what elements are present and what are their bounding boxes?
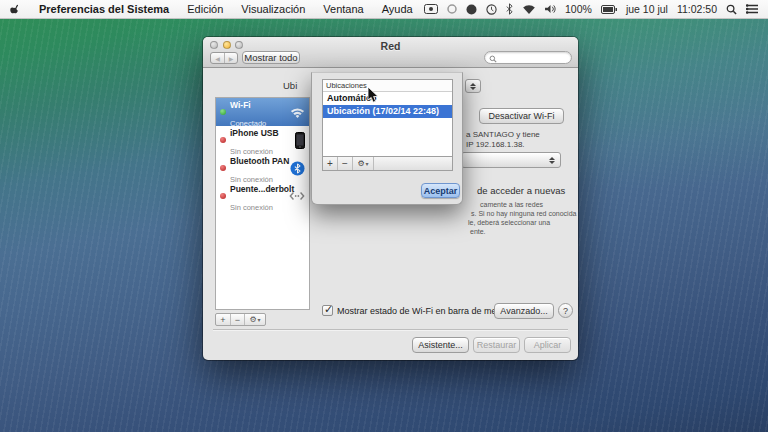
service-status: Sin conexión	[230, 203, 273, 212]
status-dot-red	[220, 137, 226, 143]
service-thunderbolt-bridge[interactable]: Puente...derbolt Sin conexión	[216, 182, 309, 210]
service-list-buttons: + − ⚙▾	[215, 313, 266, 326]
location-action-button[interactable]: ⚙▾	[353, 157, 374, 170]
remove-service-button[interactable]: −	[230, 314, 244, 325]
spotlight-icon[interactable]	[726, 4, 737, 15]
locations-list-header: Ubicaciones	[323, 80, 452, 92]
bluetooth-icon	[290, 161, 305, 176]
service-name: Wi-Fi	[230, 100, 251, 110]
ask-join-label: de acceder a nuevas	[477, 185, 565, 196]
wifi-menubar-checkbox-row: ✓ Mostrar estado de Wi-Fi en barra de me…	[322, 305, 511, 316]
wifi-menubar-checkbox[interactable]: ✓	[322, 305, 333, 316]
locations-list-buttons: + − ⚙▾	[323, 156, 452, 170]
help-button[interactable]: ?	[558, 303, 573, 318]
display-icon[interactable]	[424, 4, 438, 14]
window-titlebar[interactable]: Red ◀ ▶ Mostrar todo	[203, 37, 578, 68]
notification-center-icon[interactable]	[746, 4, 758, 14]
known-networks-text: ente.	[470, 228, 486, 235]
location-option-ubicacion[interactable]: Ubicación (17/02/14 22:48)	[323, 105, 452, 118]
checkmark-icon: ✓	[324, 303, 333, 316]
edit-locations-sheet: Ubicaciones Automático Ubicación (17/02/…	[311, 72, 463, 205]
wifi-icon	[290, 107, 305, 118]
turn-off-wifi-button[interactable]: Desactivar Wi-Fi	[479, 108, 564, 124]
network-name-popup[interactable]	[461, 152, 561, 168]
chevron-down-icon: ▾	[366, 160, 369, 167]
assist-button[interactable]: Asistente...	[412, 337, 469, 353]
chevron-down-icon: ▾	[258, 316, 261, 323]
volume-icon[interactable]	[545, 4, 556, 14]
footer-divider	[213, 329, 568, 330]
service-action-button[interactable]: ⚙▾	[244, 314, 265, 325]
status-dot-red	[220, 193, 226, 199]
sync-icon[interactable]	[447, 4, 457, 14]
clock-icon[interactable]	[486, 4, 497, 15]
location-label: Ubi	[283, 80, 297, 91]
service-name: Bluetooth PAN	[230, 156, 289, 166]
locations-list-empty-area	[323, 118, 452, 156]
iphone-icon	[295, 132, 305, 149]
wifi-menubar-checkbox-label: Mostrar estado de Wi-Fi en barra de menú…	[337, 306, 511, 316]
known-networks-text: s. Si no hay ninguna red conocida	[471, 210, 576, 217]
wifi-icon[interactable]	[522, 4, 536, 14]
battery-icon[interactable]	[601, 5, 617, 14]
mouse-cursor	[367, 86, 379, 108]
known-networks-text: le, deberá seleccionar una	[468, 219, 550, 226]
revert-button[interactable]: Restaurar	[473, 337, 520, 353]
menu-edicion[interactable]: Edición	[178, 0, 232, 19]
menu-ventana[interactable]: Ventana	[314, 0, 372, 19]
search-icon	[489, 49, 497, 67]
remove-location-button[interactable]: −	[338, 157, 353, 170]
location-popup-stepper[interactable]	[465, 79, 481, 93]
bluetooth-icon[interactable]	[506, 3, 513, 15]
add-service-button[interactable]: +	[216, 314, 230, 325]
status-dot-red	[220, 165, 226, 171]
search-field[interactable]	[484, 51, 572, 64]
wifi-status-text: a SANTIAGO y tiene	[466, 130, 540, 139]
battery-percentage: 100%	[565, 3, 592, 15]
forward-button[interactable]: ▶	[224, 53, 237, 63]
menu-ayuda[interactable]: Ayuda	[373, 0, 422, 19]
location-option-automatico[interactable]: Automático	[323, 92, 452, 105]
advanced-button[interactable]: Avanzado...	[494, 303, 554, 319]
status-dot-green	[220, 109, 226, 115]
show-all-button[interactable]: Mostrar todo	[242, 51, 300, 64]
menu-date[interactable]: jue 10 jul	[626, 3, 668, 15]
menu-visualizacion[interactable]: Visualización	[232, 0, 314, 19]
wifi-ip-text: IP 192.168.1.38.	[466, 140, 525, 149]
service-name: iPhone USB	[230, 128, 279, 138]
apple-menu-icon[interactable]	[0, 3, 30, 16]
gear-icon: ⚙	[357, 159, 364, 168]
back-button[interactable]: ◀	[211, 53, 224, 63]
locations-list: Ubicaciones Automático Ubicación (17/02/…	[322, 79, 453, 171]
known-networks-text: camente a las redes	[480, 201, 543, 208]
apply-button[interactable]: Aplicar	[524, 337, 571, 353]
menu-bar: Preferencias del Sistema Edición Visuali…	[0, 0, 768, 19]
gear-icon: ⚙	[249, 315, 256, 324]
service-name: Puente...derbolt	[230, 184, 294, 194]
add-location-button[interactable]: +	[323, 157, 338, 170]
network-preferences-window: Red ◀ ▶ Mostrar todo Ubi Wi-Fi Conectado…	[203, 37, 578, 360]
nav-buttons: ◀ ▶	[210, 52, 238, 64]
dot-icon[interactable]	[466, 4, 477, 15]
accept-button[interactable]: Aceptar	[421, 183, 460, 198]
thunderbolt-bridge-icon	[289, 191, 305, 201]
services-list: Wi-Fi Conectado iPhone USB Sin conexión …	[215, 97, 310, 310]
menu-time[interactable]: 11:02:50	[677, 3, 717, 15]
menu-app-name[interactable]: Preferencias del Sistema	[30, 0, 178, 19]
